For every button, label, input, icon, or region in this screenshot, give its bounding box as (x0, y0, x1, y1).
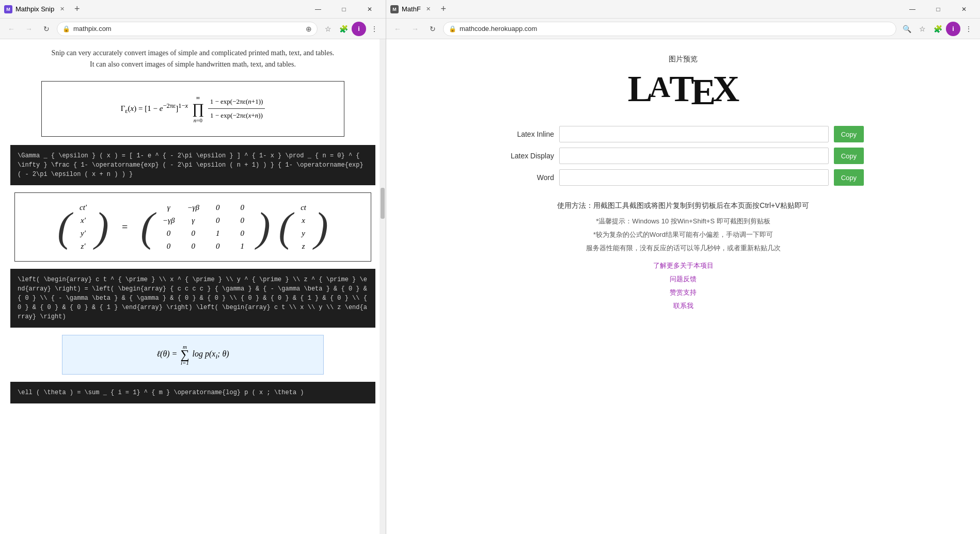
paren-right-3: ) (314, 206, 328, 248)
feedback-link[interactable]: 问题反馈 (670, 274, 697, 284)
right-url-bar[interactable]: 🔒 mathcode.herokuapp.com (443, 22, 896, 36)
right-url-text: mathcode.herokuapp.com (460, 25, 891, 33)
right-new-tab[interactable]: + (436, 2, 451, 17)
left-forward-btn[interactable]: → (22, 22, 36, 36)
paren-left-2: ( (140, 206, 154, 248)
paren-left-3: ( (279, 206, 293, 248)
right-extensions-btn[interactable]: 🧩 (930, 22, 945, 36)
latex-inline-copy-btn[interactable]: Copy (834, 126, 864, 142)
right-tab-label: MathF (402, 5, 421, 13)
left-vector: ct′ x′ y′ z′ (80, 203, 87, 251)
left-title-bar: M Mathpix Snip ✕ + — □ ✕ (0, 0, 386, 19)
left-refresh-btn[interactable]: ↻ (39, 22, 54, 36)
right-title-bar: M MathF ✕ + — □ ✕ (386, 0, 980, 19)
right-minimize[interactable]: — (900, 0, 924, 19)
left-favicon: M (4, 5, 12, 13)
matrix-content: ( ct′ x′ y′ z′ ) = ( γ−γβ00 −γβγ00 0010 (25, 203, 360, 251)
right-window-controls: — □ ✕ (900, 0, 976, 19)
paren-right-2: ) (257, 206, 271, 248)
word-input[interactable] (559, 169, 829, 186)
left-scrollbar[interactable] (380, 39, 386, 534)
project-link[interactable]: 了解更多关于本项目 (653, 261, 714, 270)
latex-display-copy-btn[interactable]: Copy (834, 148, 864, 164)
latex-display-label: Latex Display (502, 152, 554, 160)
usage-tip-1: *温馨提示：Windows 10 按Win+Shift+S 即可截图到剪贴板 (502, 217, 864, 226)
latex-display-input[interactable] (559, 148, 829, 164)
code-block-1: \Gamma _ { \epsilon } ( x ) = [ 1- e ^ {… (10, 145, 375, 185)
right-tab-close[interactable]: ✕ (424, 5, 433, 14)
word-row: Word Copy (502, 169, 864, 186)
right-favicon-letter: M (392, 7, 397, 12)
right-search-btn[interactable]: 🔍 (899, 22, 914, 36)
handwritten-box: ℓ(θ) = m ∑ i=1 log p(xi; θ) (62, 335, 324, 375)
middle-matrix: γ−γβ00 −γβγ00 0010 0001 (163, 203, 248, 251)
right-back-btn[interactable]: ← (390, 22, 405, 36)
right-lock-icon: 🔒 (449, 25, 456, 33)
intro-text: Snip can very accurately convert images … (10, 47, 375, 71)
right-browser: M MathF ✕ + — □ ✕ ← → ↻ 🔒 mathcode.herok… (386, 0, 980, 534)
left-tab-close[interactable]: ✕ (57, 5, 67, 14)
left-extensions-btn[interactable]: 🧩 (336, 22, 351, 36)
word-label: Word (502, 173, 554, 182)
latex-inline-row: Latex Inline Copy (502, 126, 864, 142)
left-new-tab[interactable]: + (70, 2, 84, 17)
right-maximize[interactable]: □ (926, 0, 950, 19)
paren-right-1: ) (95, 206, 109, 248)
left-browser: M Mathpix Snip ✕ + — □ ✕ ← → ↻ 🔒 mathpix… (0, 0, 386, 534)
right-favicon: M (390, 5, 399, 13)
right-close[interactable]: ✕ (952, 0, 976, 19)
code-block-2: \left( \begin{array} c t ^ { \prime } \\… (10, 269, 375, 328)
paren-left-1: ( (57, 206, 71, 248)
gamma-formula: Γε(x) = [1 − e−2πε]1−x ∞ ∏ n=0 1 − exp(−… (52, 92, 334, 126)
right-page-content: 图片预览 LATEX Latex Inline Copy Latex Displ… (386, 39, 980, 534)
right-vector: ct x y z (301, 203, 306, 251)
support-link[interactable]: 赞赏支持 (670, 288, 697, 297)
latex-E: E (691, 71, 715, 112)
latex-la: L (628, 68, 652, 109)
usage-main-text: 使用方法：用截图工具截图或将图片复制到剪切板后在本页面按Ctrl+V粘贴即可 (502, 201, 864, 211)
right-address-bar: ← → ↻ 🔒 mathcode.herokuapp.com 🔍 ☆ 🧩 i ⋮ (386, 19, 980, 39)
contact-link[interactable]: 联系我 (673, 301, 693, 311)
equals-sign: = (121, 221, 129, 233)
left-window-controls: — □ ✕ (306, 0, 382, 19)
handwritten-formula: ℓ(θ) = m ∑ i=1 log p(xi; θ) (71, 344, 315, 366)
left-address-actions: ☆ 🧩 i ⋮ (321, 22, 382, 36)
usage-tip-2: *较为复杂的公式的Word结果可能有小偏差，手动调一下即可 (502, 230, 864, 239)
left-page: Snip can very accurately convert images … (0, 39, 386, 419)
latex-T: T (669, 68, 693, 109)
left-menu-btn[interactable]: ⋮ (367, 22, 382, 36)
left-tab-label: Mathpix Snip (15, 5, 54, 13)
latex-inline-label: Latex Inline (502, 130, 554, 138)
left-minimize[interactable]: — (306, 0, 330, 19)
preview-label: 图片预览 (669, 55, 698, 64)
link-section: 了解更多关于本项目 问题反馈 赞赏支持 联系我 (502, 261, 864, 311)
right-refresh-btn[interactable]: ↻ (425, 22, 440, 36)
latex-display-row: Latex Display Copy (502, 148, 864, 164)
right-avatar[interactable]: i (946, 22, 960, 36)
word-copy-btn[interactable]: Copy (834, 169, 864, 186)
latex-A: A (650, 71, 669, 103)
right-forward-btn[interactable]: → (408, 22, 422, 36)
latex-X: X (713, 68, 738, 109)
right-menu-btn[interactable]: ⋮ (961, 22, 976, 36)
usage-tip-3: 服务器性能有限，没有反应的话可以等几秒钟，或者重新粘贴几次 (502, 244, 864, 253)
right-address-actions: 🔍 ☆ 🧩 i ⋮ (899, 22, 976, 36)
left-close[interactable]: ✕ (358, 0, 382, 19)
left-scrollbar-thumb (381, 188, 385, 219)
left-address-bar: ← → ↻ 🔒 mathpix.com ⊕ ☆ 🧩 i ⋮ (0, 19, 386, 39)
latex-logo: LATEX (628, 70, 739, 110)
left-back-btn[interactable]: ← (4, 22, 19, 36)
left-url-bar[interactable]: 🔒 mathpix.com ⊕ (57, 22, 318, 36)
right-page: 图片预览 LATEX Latex Inline Copy Latex Displ… (386, 39, 980, 326)
form-section: Latex Inline Copy Latex Display Copy Wor… (502, 126, 864, 191)
right-star-btn[interactable]: ☆ (915, 22, 929, 36)
left-star-btn[interactable]: ☆ (321, 22, 335, 36)
matrix-box: ( ct′ x′ y′ z′ ) = ( γ−γβ00 −γβγ00 0010 (14, 192, 371, 262)
latex-inline-input[interactable] (559, 126, 829, 142)
left-url-text: mathpix.com (73, 25, 303, 33)
code-block-3: \ell ( \theta ) = \sum _ { i = 1} ^ { m … (10, 382, 375, 403)
left-translate-icon: ⊕ (306, 25, 312, 33)
left-maximize[interactable]: □ (332, 0, 356, 19)
left-avatar[interactable]: i (352, 22, 366, 36)
usage-section: 使用方法：用截图工具截图或将图片复制到剪切板后在本页面按Ctrl+V粘贴即可 *… (502, 201, 864, 311)
